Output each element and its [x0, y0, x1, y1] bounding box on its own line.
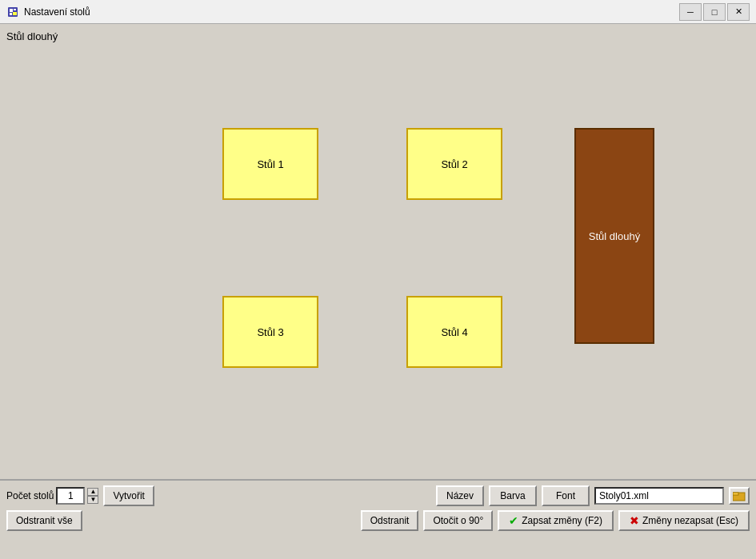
- minimize-button[interactable]: ─: [679, 3, 702, 21]
- table-stul3[interactable]: Stůl 3: [222, 296, 318, 368]
- table-stul4[interactable]: Stůl 4: [406, 296, 502, 368]
- window-controls: ─ □ ✕: [679, 3, 750, 21]
- pocet-stolu-group: Počet stolů ▲ ▼: [6, 487, 98, 505]
- close-button[interactable]: ✕: [727, 3, 750, 21]
- toolbar-row-2: Odstranit vše Odstranit Otočit o 90° ✔ Z…: [6, 510, 750, 531]
- table-label-stul1: Stůl 1: [257, 158, 283, 170]
- selected-table-label: Stůl dlouhý: [6, 30, 58, 42]
- main-canvas: Stůl dlouhý Stůl 1Stůl 2Stůl 3Stůl 4Stůl…: [0, 24, 756, 559]
- table-label-stul2: Stůl 2: [441, 158, 467, 170]
- zapsat-label: Zapsat změny (F2): [522, 515, 602, 526]
- vytvorit-button[interactable]: Vytvořit: [103, 485, 154, 506]
- file-section: [594, 487, 750, 505]
- app-icon: [6, 6, 19, 18]
- toolbar-row-1: Počet stolů ▲ ▼ Vytvořit Název Barva Fon…: [6, 485, 750, 506]
- spinner-up-arrow[interactable]: ▲: [87, 488, 98, 496]
- pocet-stolu-input[interactable]: [56, 487, 85, 505]
- file-input[interactable]: [594, 487, 724, 505]
- nezapsat-label: Změny nezapsat (Esc): [642, 515, 738, 526]
- pocet-stolu-arrows: ▲ ▼: [87, 488, 98, 504]
- table-label-stul-dlouhy: Stůl dlouhý: [589, 230, 640, 242]
- table-stul1[interactable]: Stůl 1: [222, 128, 318, 200]
- svg-rect-3: [10, 13, 12, 15]
- svg-rect-6: [733, 493, 738, 495]
- svg-rect-2: [14, 9, 16, 10]
- svg-rect-1: [10, 9, 13, 12]
- crossmark-icon: ✖: [630, 514, 639, 527]
- pocet-stolu-label: Počet stolů: [6, 490, 54, 501]
- table-label-stul3: Stůl 3: [257, 326, 283, 338]
- bottom-toolbar: Počet stolů ▲ ▼ Vytvořit Název Barva Fon…: [0, 479, 756, 559]
- title-bar: Nastavení stolů ─ □ ✕: [0, 0, 756, 24]
- nazev-button[interactable]: Název: [436, 485, 484, 506]
- spinner-down-arrow[interactable]: ▼: [87, 496, 98, 504]
- save-section: ✔ Zapsat změny (F2) ✖ Změny nezapsat (Es…: [498, 510, 750, 531]
- otocit-button[interactable]: Otočit o 90°: [423, 510, 493, 531]
- table-stul-dlouhy[interactable]: Stůl dlouhý: [574, 128, 654, 344]
- table-label-stul4: Stůl 4: [441, 326, 467, 338]
- folder-icon: [733, 490, 746, 501]
- svg-rect-4: [13, 12, 17, 15]
- odstranit-vse-button[interactable]: Odstranit vše: [6, 510, 82, 531]
- checkmark-icon: ✔: [509, 514, 518, 527]
- edit-section: Název Barva Font: [436, 485, 590, 506]
- maximize-button[interactable]: □: [703, 3, 726, 21]
- font-button[interactable]: Font: [542, 485, 590, 506]
- action-section: Odstranit Otočit o 90°: [361, 510, 494, 531]
- nezapsat-button[interactable]: ✖ Změny nezapsat (Esc): [618, 510, 750, 531]
- browse-button[interactable]: [729, 487, 750, 505]
- zapsat-button[interactable]: ✔ Zapsat změny (F2): [498, 510, 614, 531]
- barva-button[interactable]: Barva: [489, 485, 537, 506]
- window-title: Nastavení stolů: [24, 6, 679, 18]
- odstranit-button[interactable]: Odstranit: [361, 510, 419, 531]
- table-stul2[interactable]: Stůl 2: [406, 128, 502, 200]
